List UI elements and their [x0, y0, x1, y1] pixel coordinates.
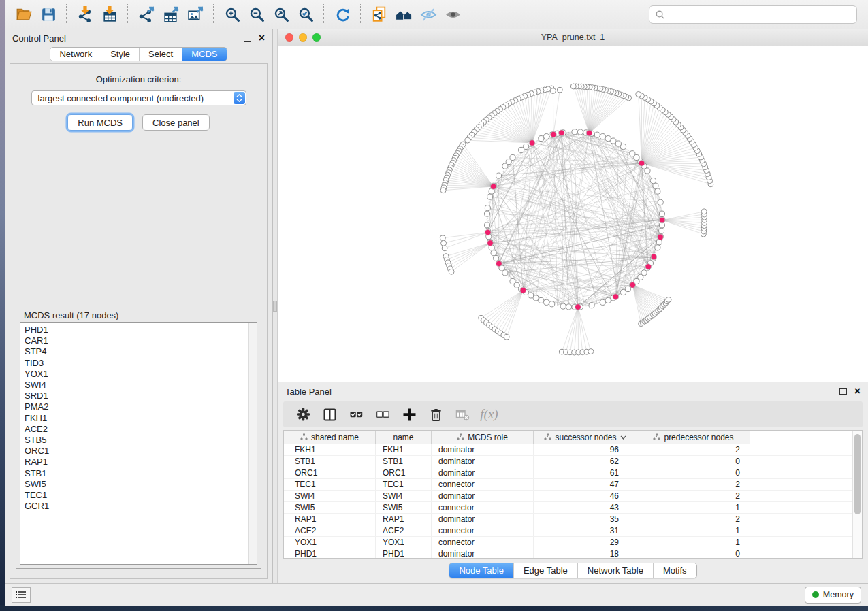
zoom-out-button[interactable]	[244, 3, 269, 25]
table-row[interactable]: SWI5SWI5connector431	[284, 502, 852, 514]
delete-columns-button[interactable]	[423, 403, 449, 426]
import-network-button[interactable]	[73, 3, 97, 25]
add-column-button[interactable]	[396, 403, 423, 426]
network-canvas[interactable]	[278, 46, 868, 382]
open-file-button[interactable]	[12, 3, 36, 25]
cell: 2	[637, 491, 750, 501]
mcds-result-item[interactable]: SWI4	[25, 380, 247, 391]
cell-filler	[750, 525, 852, 536]
float-panel-icon[interactable]	[244, 35, 251, 42]
mcds-result-item[interactable]: RAP1	[25, 457, 247, 467]
tab-style[interactable]: Style	[101, 48, 139, 61]
mcds-list-scrollbar[interactable]	[248, 323, 257, 564]
column-header-predecessor-nodes[interactable]: predecessor nodes	[637, 431, 750, 444]
tab-node-table[interactable]: Node Table	[449, 563, 513, 578]
first-neighbors-icon	[395, 5, 413, 24]
close-panel-icon[interactable]: ×	[259, 34, 265, 42]
cell: ORC1	[376, 467, 432, 478]
table-settings-button[interactable]	[290, 403, 317, 426]
cell: 31	[534, 525, 637, 536]
table-scrollbar[interactable]	[852, 431, 862, 558]
mcds-result-item[interactable]: ACE2	[25, 424, 247, 435]
column-header-shared-name[interactable]: shared name	[284, 431, 376, 444]
mcds-result-item[interactable]: PMA2	[25, 401, 247, 412]
column-header-name[interactable]: name	[376, 431, 432, 444]
mcds-result-item[interactable]: ORC1	[25, 446, 247, 457]
table-scrollbar-thumb[interactable]	[854, 434, 861, 514]
mcds-result-item[interactable]: STB1	[25, 468, 247, 479]
search-input[interactable]	[669, 9, 851, 20]
column-header-successor-nodes[interactable]: successor nodes	[534, 431, 637, 444]
table-row[interactable]: YOX1YOX1connector291	[284, 537, 852, 548]
tab-edge-table[interactable]: Edge Table	[513, 563, 577, 578]
table-row[interactable]: PHD1PHD1dominator180	[284, 548, 852, 558]
import-table-button[interactable]	[97, 3, 122, 25]
mcds-result-item[interactable]: TID3	[25, 358, 247, 369]
refresh-view-button[interactable]	[330, 3, 355, 25]
panel-splitter[interactable]	[272, 29, 278, 583]
first-neighbors-button[interactable]	[391, 3, 416, 25]
automation-panel-button[interactable]	[12, 587, 31, 603]
add-column-icon	[402, 407, 417, 423]
deselect-all-rows-button[interactable]	[370, 403, 396, 426]
table-row[interactable]: ACE2ACE2connector311	[284, 525, 852, 537]
memory-button[interactable]: Memory	[805, 587, 861, 604]
table-row[interactable]: SWI4SWI4dominator462	[284, 491, 852, 502]
tab-select[interactable]: Select	[139, 48, 182, 61]
export-table-button[interactable]	[159, 3, 183, 25]
table-row[interactable]: RAP1RAP1dominator352	[284, 514, 852, 525]
select-all-rows-button[interactable]	[343, 403, 370, 426]
mcds-result-item[interactable]: CAR1	[25, 335, 247, 346]
splitter-grip[interactable]	[273, 301, 277, 312]
cell: connector	[432, 537, 534, 548]
tab-mcds[interactable]: MCDS	[182, 48, 226, 61]
table-row[interactable]: ORC1ORC1dominator610	[284, 467, 852, 479]
cell: connector	[432, 502, 534, 513]
import-table-icon	[101, 5, 119, 24]
cell: 1	[637, 537, 750, 548]
close-panel-button[interactable]: Close panel	[142, 114, 210, 131]
close-table-panel-icon[interactable]: ×	[854, 387, 861, 395]
cell: 62	[534, 456, 637, 467]
mcds-result-item[interactable]: FKH1	[25, 413, 247, 424]
table-row[interactable]: TEC1TEC1connector472	[284, 479, 852, 491]
network-from-selection-button[interactable]	[367, 3, 391, 25]
table-row[interactable]: STB1STB1dominator620	[284, 456, 852, 467]
mcds-result-item[interactable]: TEC1	[25, 490, 247, 501]
mcds-result-item[interactable]: SRD1	[25, 391, 247, 401]
hide-selected-button[interactable]	[416, 3, 440, 25]
tab-network[interactable]: Network	[50, 48, 101, 61]
search-box[interactable]	[649, 5, 857, 24]
mcds-result-item[interactable]: PHD1	[25, 325, 247, 335]
tab-motifs[interactable]: Motifs	[653, 563, 696, 578]
network-graph[interactable]	[278, 46, 868, 382]
criterion-dropdown[interactable]: largest connected component (undirected)	[31, 90, 246, 105]
minimize-window-icon[interactable]	[299, 33, 307, 42]
export-image-button[interactable]	[183, 3, 208, 25]
save-session-button[interactable]	[36, 3, 61, 25]
mcds-result-item[interactable]: STP4	[25, 346, 247, 357]
mcds-result-item[interactable]: GCR1	[25, 501, 247, 512]
column-header-MCDS-role[interactable]: MCDS role	[432, 431, 534, 444]
import-network-icon	[76, 5, 95, 24]
mcds-result-item[interactable]: YOX1	[25, 369, 247, 380]
toggle-columns-button[interactable]	[317, 403, 343, 426]
run-mcds-button[interactable]: Run MCDS	[67, 114, 133, 131]
search-icon	[655, 10, 665, 20]
zoom-fit-button[interactable]	[269, 3, 293, 25]
zoom-selected-button[interactable]	[293, 3, 318, 25]
zoom-in-button[interactable]	[220, 3, 244, 25]
column-type-icon	[544, 433, 551, 441]
mcds-result-item[interactable]: STB5	[25, 435, 247, 446]
close-window-icon[interactable]	[285, 33, 293, 42]
control-panel-title: Control Panel	[12, 33, 66, 44]
sort-chevron-icon[interactable]	[620, 435, 626, 440]
show-all-button[interactable]	[440, 3, 465, 25]
mcds-result-item[interactable]: SWI5	[25, 479, 247, 490]
maximize-window-icon[interactable]	[312, 33, 321, 42]
tab-network-table[interactable]: Network Table	[577, 563, 653, 578]
mcds-result-list[interactable]: PHD1CAR1STP4TID3YOX1SWI4SRD1PMA2FKH1ACE2…	[20, 322, 257, 565]
table-row[interactable]: FKH1FKH1dominator962	[284, 444, 852, 456]
export-network-button[interactable]	[134, 3, 159, 25]
float-table-panel-icon[interactable]	[839, 388, 847, 395]
